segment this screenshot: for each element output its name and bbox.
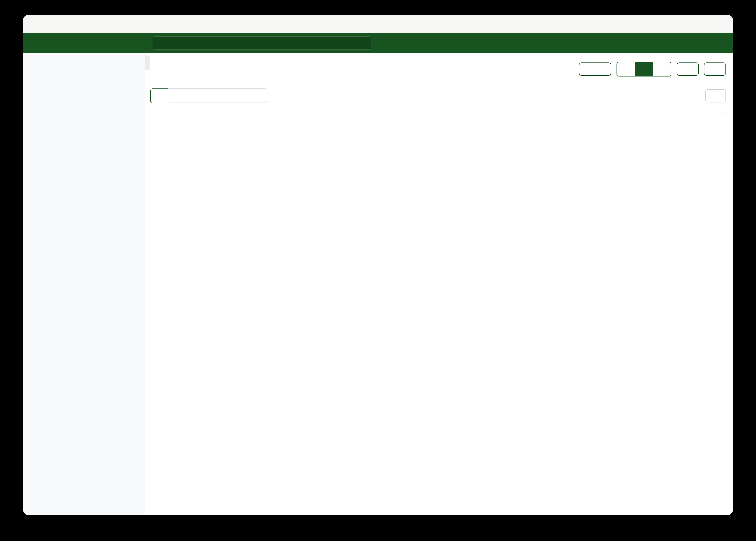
card-view-icon [658, 65, 666, 73]
close-icon [711, 93, 717, 99]
chevron-down-icon [713, 66, 720, 73]
zoom-window-button[interactable] [51, 21, 57, 27]
main-content [145, 53, 733, 515]
forward-icon[interactable] [83, 20, 90, 27]
brand[interactable] [31, 39, 45, 48]
select-list-icon [585, 66, 592, 73]
user-menu[interactable] [702, 37, 723, 49]
view-toggle-group [617, 62, 671, 77]
sidebar [23, 53, 145, 515]
sidebar-collapse-button[interactable] [145, 55, 150, 70]
avatar-icon [702, 37, 713, 49]
minimize-window-button[interactable] [41, 21, 46, 27]
pagination [725, 112, 726, 113]
view-list-button[interactable] [617, 62, 635, 76]
chevron-down-icon [686, 66, 693, 73]
close-window-button[interactable] [31, 21, 36, 27]
leaf-logo-icon [31, 39, 40, 48]
filter-text-input[interactable] [168, 89, 267, 103]
app-navbar [23, 33, 733, 53]
back-icon[interactable] [67, 20, 74, 27]
search-input[interactable] [167, 39, 367, 47]
question-circle-icon [33, 495, 40, 502]
titlebar [23, 15, 733, 33]
filter-field-button[interactable] [150, 89, 168, 103]
chevron-down-icon [158, 93, 163, 99]
grid-view-icon [640, 65, 648, 73]
chevron-double-left-icon [145, 60, 148, 66]
global-search[interactable] [153, 37, 371, 50]
view-grid-button[interactable] [635, 62, 653, 76]
share-icon[interactable] [715, 20, 723, 28]
chevron-down-icon [717, 40, 723, 46]
reset-filters-button[interactable] [705, 89, 726, 103]
traffic-lights [31, 21, 57, 27]
sidebar-item-documentation[interactable] [33, 495, 145, 502]
search-icon [157, 40, 163, 46]
list-view-icon [622, 65, 630, 73]
sort-button[interactable] [677, 63, 699, 76]
select-button[interactable] [579, 63, 611, 76]
chevron-down-icon [598, 66, 605, 73]
view-cards-button[interactable] [653, 62, 671, 76]
app-window [23, 15, 733, 515]
views-button[interactable] [704, 63, 726, 76]
